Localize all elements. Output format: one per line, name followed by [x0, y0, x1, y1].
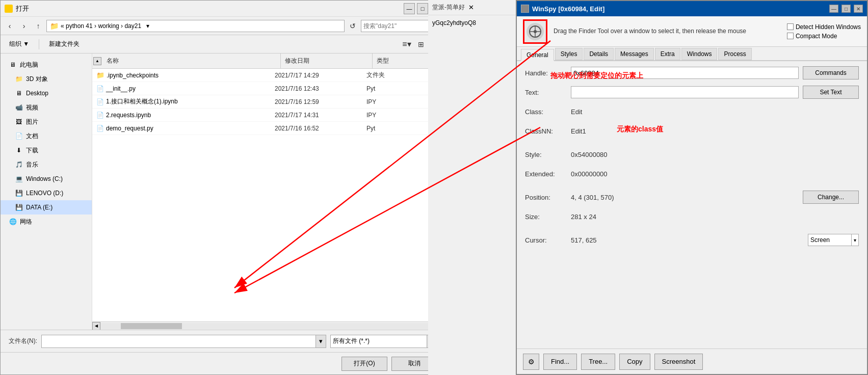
sidebar-item-downloads[interactable]: ⬇ 下载	[1, 143, 92, 157]
size-label: Size:	[525, 213, 571, 221]
screenshot-button[interactable]: Screenshot	[654, 354, 703, 370]
file-item-demo[interactable]: 📄 demo_request.py 2021/7/16 16:52 Pyt	[92, 122, 445, 135]
minimize-button[interactable]: —	[404, 3, 415, 14]
tab-messages[interactable]: Messages	[615, 48, 654, 60]
tab-styles[interactable]: Styles	[555, 48, 583, 60]
tab-process[interactable]: Process	[718, 48, 751, 60]
sidebar-item-lenovo-d[interactable]: 💾 LENOVO (D:)	[1, 186, 92, 200]
scroll-up-button[interactable]: ▲	[93, 57, 101, 65]
filename-dropdown-button[interactable]: ▾	[315, 335, 326, 347]
forward-button[interactable]: ›	[18, 20, 30, 32]
file-item-init[interactable]: 📄 __init__.py 2021/7/16 12:43 Pyt	[92, 82, 445, 95]
music-icon: 🎵	[15, 160, 23, 169]
cursor-dropdown[interactable]: Screen ▾	[808, 234, 859, 246]
winspy-close-button[interactable]: ✕	[854, 5, 863, 13]
address-bar: ‹ › ↑ 📁 « python 41 › working › day21 ▾ …	[1, 17, 445, 35]
action-bar: 打开(O) 取消	[1, 352, 445, 374]
size-row: Size: 281 x 24	[525, 210, 859, 223]
tab-windows[interactable]: Windows	[681, 48, 718, 60]
tab-extra[interactable]: Extra	[655, 48, 680, 60]
find-button[interactable]: Find...	[543, 354, 577, 370]
tree-button[interactable]: Tree...	[581, 354, 615, 370]
filename-input[interactable]	[42, 338, 315, 345]
horizontal-scrollbar[interactable]: ◀ ▶	[92, 322, 445, 330]
finder-icon-box[interactable]	[523, 19, 547, 44]
sidebar-item-documents[interactable]: 📄 文档	[1, 129, 92, 143]
file-item-1ipynb[interactable]: 📄 1.接口和相关概念(1).ipynb 2021/7/16 12:59 IPY	[92, 95, 445, 109]
organize-button[interactable]: 组织 ▼	[5, 38, 34, 51]
detect-hidden-windows-checkbox[interactable]: Detect Hidden Windows	[787, 23, 861, 31]
sidebar-item-pictures[interactable]: 🖼 图片	[1, 115, 92, 129]
sidebar-item-data-e[interactable]: 💾 DATA (E:)	[1, 200, 92, 215]
network-icon: 🌐	[9, 218, 17, 226]
winspy-minimize-button[interactable]: —	[829, 5, 838, 13]
compact-mode-checkbox[interactable]: Compact Mode	[787, 33, 861, 40]
size-value: 281 x 24	[571, 213, 859, 221]
winspy-maximize-button[interactable]: □	[841, 5, 851, 13]
back-button[interactable]: ‹	[4, 20, 16, 32]
commands-button[interactable]: Commands	[803, 66, 859, 79]
tabs-bar: General Styles Details Messages Extra Wi…	[517, 47, 867, 61]
scroll-thumb[interactable]	[121, 323, 182, 329]
handle-label: Handle:	[525, 69, 571, 77]
tab-details[interactable]: Details	[584, 48, 614, 60]
sidebar-item-desktop[interactable]: 🖥 Desktop	[1, 86, 92, 100]
file-icon: 📄	[96, 98, 104, 105]
position-row: Position: 4, 4 (301, 570) Change...	[525, 191, 859, 204]
gear-button[interactable]: ⚙	[523, 354, 539, 370]
file-item-checkpoints[interactable]: 📁 .ipynb_checkpoints 2021/7/17 14:29 文件夹	[92, 69, 445, 82]
path-text: « python 41 › working › day21	[61, 22, 141, 30]
tab-general[interactable]: General	[521, 49, 554, 61]
scroll-track	[100, 323, 437, 329]
col-header-name[interactable]: 名称	[102, 53, 281, 68]
file-list: 📁 .ipynb_checkpoints 2021/7/17 14:29 文件夹…	[92, 69, 445, 322]
bottom-toolbar: ⚙ Find... Tree... Copy Screenshot	[517, 349, 867, 374]
scroll-left-button[interactable]: ◀	[92, 322, 100, 330]
col-header-date[interactable]: 修改日期	[281, 53, 373, 68]
file-open-dialog: 打开 — □ ✕ ‹ › ↑ 📁 « python 41 › working ›…	[0, 0, 446, 375]
toolbar-separator	[39, 39, 39, 49]
change-button[interactable]: Change...	[803, 191, 859, 204]
folder-icon: 📁	[50, 22, 59, 30]
set-text-button[interactable]: Set Text	[803, 86, 859, 99]
toolbar: 组织 ▼ 新建文件夹 ≡▾ ⊞ ?	[1, 35, 445, 53]
browser-url-partial: 堂派-简单好	[432, 3, 465, 12]
filename-label: 文件名(N):	[9, 337, 37, 345]
open-button[interactable]: 打开(O)	[341, 357, 387, 371]
browser-close-button[interactable]: ✕	[467, 4, 475, 12]
style-row: Style: 0x54000080	[525, 148, 859, 161]
extended-row: Extended: 0x00000000	[525, 167, 859, 180]
copy-button[interactable]: Copy	[619, 354, 650, 370]
sidebar-item-windows-c[interactable]: 💻 Windows (C:)	[1, 172, 92, 186]
winspy-title-icon	[521, 5, 529, 13]
refresh-button[interactable]: ↺	[347, 20, 359, 32]
folder-icon: 📁	[96, 71, 104, 79]
new-folder-button[interactable]: 新建文件夹	[44, 38, 84, 51]
checkbox-box	[787, 33, 794, 39]
pictures-icon: 🖼	[15, 118, 23, 126]
sidebar-item-video[interactable]: 📹 视频	[1, 100, 92, 115]
text-row: Text: Set Text	[525, 86, 859, 99]
up-button[interactable]: ↑	[32, 20, 44, 32]
maximize-button[interactable]: □	[417, 3, 428, 14]
extended-value: 0x00000000	[571, 170, 859, 178]
text-label: Text:	[525, 89, 571, 96]
finder-checkboxes: Detect Hidden Windows Compact Mode	[787, 23, 861, 40]
sidebar-item-3dobjects[interactable]: 📁 3D 对象	[1, 72, 92, 86]
dialog-title-text: 打开	[16, 4, 404, 13]
file-item-requests[interactable]: 📄 2.requests.ipynb 2021/7/17 14:31 IPY	[92, 109, 445, 122]
sidebar-item-music[interactable]: 🎵 音乐	[1, 157, 92, 172]
cursor-dropdown-arrow[interactable]: ▾	[851, 234, 858, 246]
sidebar-item-network[interactable]: 🌐 网络	[1, 215, 92, 229]
sidebar-item-thispc[interactable]: 🖥 此电脑	[1, 58, 92, 72]
class-label: Class:	[525, 108, 571, 116]
browser-titlebar: 堂派-简单好 ✕	[428, 0, 520, 15]
finder-description: Drag the Finder Tool over a window to se…	[554, 27, 781, 36]
handle-input[interactable]	[571, 67, 799, 79]
text-input[interactable]	[571, 86, 799, 98]
view-grid-button[interactable]: ⊞	[415, 38, 427, 50]
address-path[interactable]: 📁 « python 41 › working › day21 ▾	[46, 20, 345, 32]
dropdown-arrow[interactable]: ▾	[143, 21, 152, 31]
view-list-button[interactable]: ≡▾	[401, 38, 413, 50]
sidebar: 🖥 此电脑 📁 3D 对象 🖥 Desktop 📹 视频 🖼 图片 📄	[1, 53, 92, 330]
